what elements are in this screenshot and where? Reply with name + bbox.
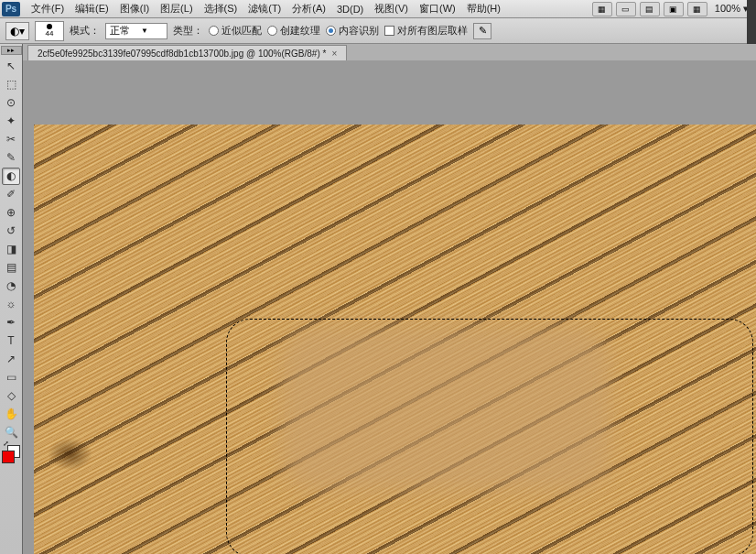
- path-select-tool[interactable]: ↗: [2, 351, 20, 368]
- radio-icon: [267, 26, 277, 36]
- color-swatches[interactable]: ⤢: [1, 445, 21, 467]
- toolbar-expand-icon[interactable]: ▸▸: [1, 46, 22, 55]
- move-tool[interactable]: ↖: [2, 58, 20, 75]
- brush-size: 44: [46, 29, 54, 38]
- type-tool[interactable]: T: [2, 332, 20, 350]
- options-bar: ◐▾ 44 模式： 正常 ▼ 类型： 近似匹配 创建纹理 内容识别 对所有图层取…: [0, 18, 756, 44]
- radio-icon: [209, 26, 219, 36]
- gradient-tool[interactable]: ▤: [2, 259, 20, 277]
- mode-dropdown[interactable]: 正常 ▼: [105, 23, 167, 39]
- document-tab-bar: 2cf5e0fe9925bc3139fe07995cdf8db1cb13700b…: [23, 44, 756, 60]
- checkbox-icon: [384, 26, 394, 36]
- document-area: 2cf5e0fe9925bc3139fe07995cdf8db1cb13700b…: [23, 44, 756, 554]
- mode-label: 模式：: [70, 24, 100, 38]
- menu-analysis[interactable]: 分析(A): [286, 0, 331, 17]
- history-brush-tool[interactable]: ↺: [2, 223, 20, 240]
- radio-proximity-match[interactable]: 近似匹配: [209, 24, 262, 38]
- screen-mode-icon[interactable]: ▭: [616, 2, 636, 16]
- marquee-selection[interactable]: [226, 319, 753, 554]
- foreground-color-swatch[interactable]: [2, 451, 15, 463]
- close-icon[interactable]: ×: [331, 49, 337, 59]
- radio-label: 近似匹配: [221, 24, 262, 38]
- radio-icon: [326, 26, 336, 36]
- menu-3d[interactable]: 3D(D): [331, 2, 369, 16]
- radio-create-texture[interactable]: 创建纹理: [267, 24, 320, 38]
- tool-preset-icon[interactable]: ◐▾: [5, 22, 29, 40]
- menu-file[interactable]: 文件(F): [26, 0, 70, 17]
- zoom-tool[interactable]: 🔍: [2, 424, 20, 441]
- crop-tool[interactable]: ✂: [2, 131, 20, 148]
- menu-window[interactable]: 窗口(W): [414, 0, 461, 17]
- radio-label: 创建纹理: [280, 24, 320, 38]
- dodge-tool[interactable]: ☼: [2, 296, 20, 313]
- check-label: 对所有图层取样: [397, 24, 468, 38]
- menu-filter[interactable]: 滤镜(T): [243, 0, 286, 17]
- tool-panel: ▸▸ ↖ ⬚ ⊙ ✦ ✂ ✎ ◐ ✐ ⊕ ↺ ◨ ▤ ◔ ☼ ✒ T ↗ ▭ ◇…: [0, 44, 23, 554]
- eraser-tool[interactable]: ◨: [2, 241, 20, 258]
- blur-tool[interactable]: ◔: [2, 277, 20, 295]
- menu-bar: Ps 文件(F) 编辑(E) 图像(I) 图层(L) 选择(S) 滤镜(T) 分…: [0, 0, 756, 18]
- menu-help[interactable]: 帮助(H): [461, 0, 506, 17]
- menu-right-group: ▦ ▭ ▤ ▣ ▦ 100% ▾: [592, 2, 756, 16]
- shape-tool[interactable]: ▭: [2, 369, 20, 386]
- extras-icon[interactable]: ▣: [664, 2, 684, 16]
- guides-icon[interactable]: ▦: [687, 2, 707, 16]
- menu-layer[interactable]: 图层(L): [155, 0, 198, 17]
- menu-select[interactable]: 选择(S): [199, 0, 243, 17]
- canvas[interactable]: [34, 125, 756, 554]
- stamp-tool[interactable]: ⊕: [2, 204, 20, 222]
- menu-image[interactable]: 图像(I): [114, 0, 155, 17]
- menu-view[interactable]: 视图(V): [369, 0, 414, 17]
- healing-brush-tool[interactable]: ◐: [2, 168, 20, 185]
- chevron-down-icon: ▼: [141, 27, 148, 35]
- panel-edge: [747, 0, 756, 44]
- lasso-tool[interactable]: ⊙: [2, 94, 20, 112]
- brush-preset-picker[interactable]: 44: [35, 21, 64, 41]
- work-area: ▸▸ ↖ ⬚ ⊙ ✦ ✂ ✎ ◐ ✐ ⊕ ↺ ◨ ▤ ◔ ☼ ✒ T ↗ ▭ ◇…: [0, 44, 756, 554]
- hand-tool[interactable]: ✋: [2, 406, 20, 423]
- 3d-tool[interactable]: ◇: [2, 387, 20, 405]
- type-label: 类型：: [173, 24, 203, 38]
- document-tab[interactable]: 2cf5e0fe9925bc3139fe07995cdf8db1cb13700b…: [27, 45, 347, 60]
- radio-label: 内容识别: [339, 24, 379, 38]
- arrange-icon[interactable]: ▤: [640, 2, 660, 16]
- canvas-viewport[interactable]: [23, 60, 756, 554]
- zoom-value: 100%: [715, 3, 740, 14]
- eyedropper-tool[interactable]: ✎: [2, 149, 20, 167]
- app-logo: Ps: [2, 2, 20, 16]
- pen-tool[interactable]: ✒: [2, 314, 20, 331]
- check-sample-all-layers[interactable]: 对所有图层取样: [384, 24, 468, 38]
- brush-tool[interactable]: ✐: [2, 186, 20, 203]
- radio-content-aware[interactable]: 内容识别: [326, 24, 379, 38]
- document-tab-title: 2cf5e0fe9925bc3139fe07995cdf8db1cb13700b…: [38, 49, 326, 59]
- marquee-tool[interactable]: ⬚: [2, 76, 20, 93]
- pressure-icon[interactable]: ✎: [473, 23, 491, 39]
- mode-value: 正常: [110, 24, 130, 38]
- wand-tool[interactable]: ✦: [2, 113, 20, 130]
- menu-edit[interactable]: 编辑(E): [70, 0, 114, 17]
- view-mode-icon[interactable]: ▦: [592, 2, 612, 16]
